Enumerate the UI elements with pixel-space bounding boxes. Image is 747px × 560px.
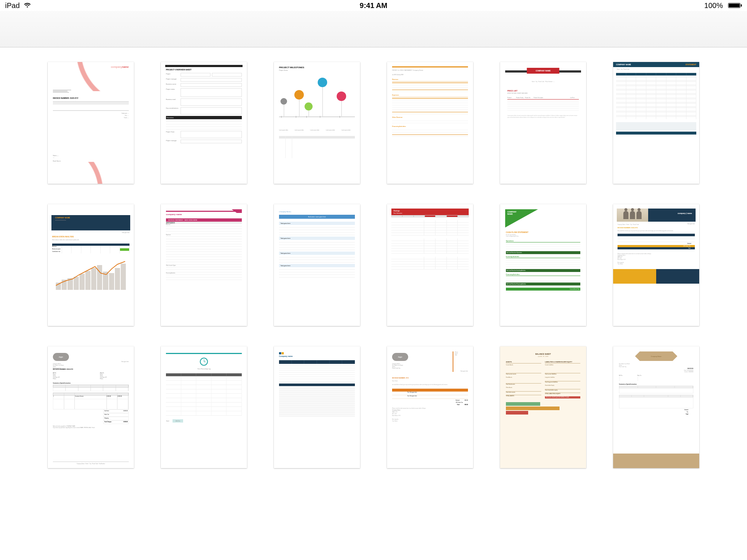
template-price-list[interactable]: COMPANY NAME Street · City · Postal Code…	[500, 62, 586, 184]
template-company-navy-yellow[interactable]: company | name Company Name · Street · C…	[613, 204, 699, 326]
toolbar	[0, 11, 747, 47]
template-tan-invoice[interactable]: Company Name First Name Last NameStreetP…	[613, 346, 699, 468]
clock-icon	[200, 358, 208, 366]
clock: 9:41 AM	[360, 1, 387, 10]
device-label: iPad	[5, 1, 20, 10]
template-cash-flow[interactable]: COMPANY NAME CASH FLOW STATEMENT For the…	[500, 204, 586, 326]
status-bar: iPad 9:41 AM 100%	[0, 0, 747, 11]
template-magenta-statement[interactable]: company name INVOICE STATEMENT · DATE GO…	[161, 204, 247, 326]
template-profit-loss[interactable]: PROFIT & LOSS STATEMENT Company Name as …	[387, 62, 473, 184]
template-project-overview[interactable]: PROJECT OVERVIEW SHEET Project Project m…	[161, 62, 247, 184]
template-break-even[interactable]: COMPANY NAME Date goes here BREAK-EVEN A…	[48, 204, 134, 326]
template-red-ratings[interactable]: RatingsForm Submission	[387, 204, 473, 326]
template-project-milestones[interactable]: PROJECT MILESTONES Project Name Lorem ip…	[274, 62, 360, 184]
template-balance-sheet[interactable]: BALANCE SHEET as of XX . XX . 20 XX ASSE…	[500, 346, 586, 468]
battery-icon	[727, 3, 742, 8]
template-grid: companyname INVOICE NUMBER: 0123-XYZ Sub…	[0, 47, 747, 483]
template-navy-spreadsheet[interactable]: Company name	[274, 346, 360, 468]
template-invoice-pink[interactable]: companyname INVOICE NUMBER: 0123-XYZ Sub…	[48, 62, 134, 184]
battery-percent: 100%	[704, 1, 723, 10]
template-navy-statement[interactable]: COMPANY NAMESTATEMENT Street · City · Po…	[613, 62, 699, 184]
template-blue-evaluation[interactable]: | Company Name | Evaluation name goes he…	[274, 204, 360, 326]
template-orange-invoice[interactable]: logo PhoneEmailWeb Company NameFirst Nam…	[387, 346, 473, 468]
wifi-icon	[23, 1, 31, 10]
template-time-recording[interactable]: Time Recording Log Total:24h 0m	[161, 346, 247, 468]
template-logo-invoice[interactable]: logo Company NameFirst Name Last NameStr…	[48, 346, 134, 468]
